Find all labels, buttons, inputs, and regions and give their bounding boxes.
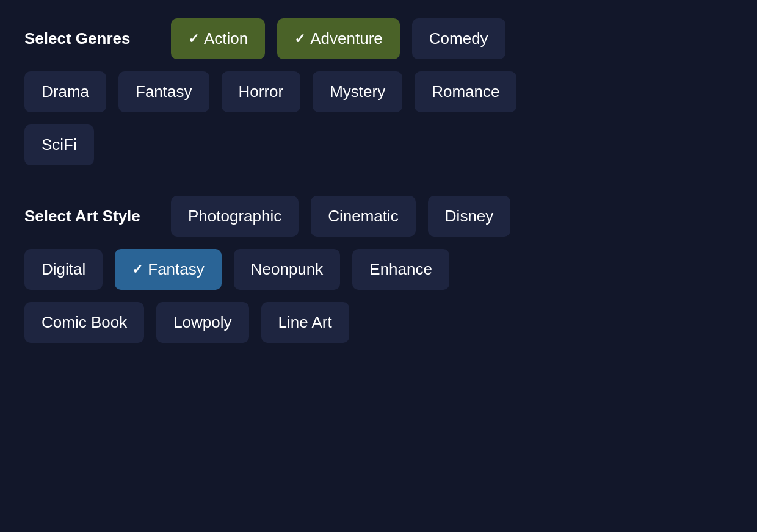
art-row-3: Comic Book Lowpoly Line Art [24,302,733,343]
genre-chip-drama[interactable]: Drama [24,71,106,112]
art-label-neonpunk: Neonpunk [251,260,324,279]
genre-chip-horror[interactable]: Horror [222,71,301,112]
genre-chip-action[interactable]: ✓ Action [171,18,265,59]
art-label-photographic: Photographic [188,207,281,226]
art-chip-disney[interactable]: Disney [428,196,510,237]
genres-row-2: Drama Fantasy Horror Mystery Romance [24,71,733,112]
genre-label-action: Action [204,29,248,48]
genre-label-adventure: Adventure [310,29,383,48]
genres-row-1: Select Genres ✓ Action ✓ Adventure Comed… [24,18,733,59]
genre-chip-adventure[interactable]: ✓ Adventure [277,18,400,59]
genre-label-drama: Drama [42,82,89,101]
genre-label-fantasy: Fantasy [136,82,192,101]
art-chip-neonpunk[interactable]: Neonpunk [234,249,341,290]
art-label-lineart: Line Art [278,313,332,332]
genre-chip-comedy[interactable]: Comedy [412,18,505,59]
art-row-2: Digital ✓ Fantasy Neonpunk Enhance [24,249,733,290]
art-chip-fantasy[interactable]: ✓ Fantasy [115,249,222,290]
genre-label-comedy: Comedy [429,29,488,48]
genre-chip-mystery[interactable]: Mystery [313,71,402,112]
art-label-cinematic: Cinematic [328,207,399,226]
checkmark-icon: ✓ [188,31,199,47]
checkmark-icon: ✓ [132,262,143,278]
art-label-enhance: Enhance [369,260,432,279]
art-label-comicbook: Comic Book [42,313,127,332]
art-label-fantasy: Fantasy [148,260,205,279]
art-chip-comicbook[interactable]: Comic Book [24,302,144,343]
genre-label-mystery: Mystery [330,82,385,101]
genres-label: Select Genres [24,29,159,48]
art-label-lowpoly: Lowpoly [173,313,231,332]
art-chip-lowpoly[interactable]: Lowpoly [156,302,248,343]
art-chip-digital[interactable]: Digital [24,249,103,290]
checkmark-icon: ✓ [294,31,305,47]
art-label-disney: Disney [445,207,493,226]
genre-label-horror: Horror [239,82,284,101]
art-chip-enhance[interactable]: Enhance [352,249,449,290]
genres-row-3: SciFi [24,124,733,165]
art-row-1: Select Art Style Photographic Cinematic … [24,196,733,237]
genre-chip-romance[interactable]: Romance [415,71,516,112]
art-style-label: Select Art Style [24,207,159,226]
art-chip-lineart[interactable]: Line Art [261,302,349,343]
genre-chip-fantasy[interactable]: Fantasy [118,71,209,112]
genre-chip-scifi[interactable]: SciFi [24,124,94,165]
art-chip-cinematic[interactable]: Cinematic [311,196,416,237]
genre-label-romance: Romance [432,82,499,101]
art-label-digital: Digital [42,260,85,279]
genre-label-scifi: SciFi [42,135,77,154]
art-style-section: Select Art Style Photographic Cinematic … [24,196,733,343]
art-chip-photographic[interactable]: Photographic [171,196,299,237]
genres-section: Select Genres ✓ Action ✓ Adventure Comed… [24,18,733,165]
